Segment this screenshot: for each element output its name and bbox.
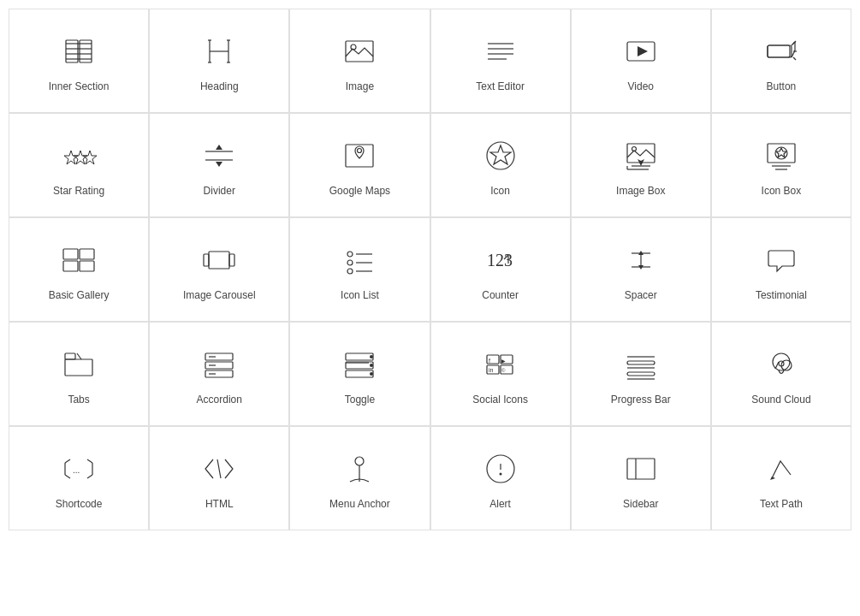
toggle-label: Toggle bbox=[345, 394, 375, 407]
html-icon bbox=[199, 448, 240, 489]
widget-button[interactable]: Button bbox=[711, 9, 851, 113]
widget-inner-section[interactable]: Inner Section bbox=[9, 9, 149, 113]
widget-text-path[interactable]: Text Path bbox=[711, 426, 851, 530]
widget-image[interactable]: Image bbox=[289, 9, 430, 113]
image-label: Image bbox=[346, 80, 374, 94]
shortcode-label: Shortcode bbox=[56, 498, 103, 512]
menu-anchor-icon bbox=[339, 448, 380, 489]
svg-rect-52 bbox=[80, 249, 94, 259]
svg-text:f: f bbox=[489, 358, 490, 364]
spacer-label: Spacer bbox=[625, 289, 657, 303]
widget-social-icons[interactable]: f ▶ in © Social Icons bbox=[430, 322, 571, 426]
sound-cloud-label: Sound Cloud bbox=[751, 394, 810, 407]
divider-icon bbox=[199, 135, 240, 176]
star-rating-label: Star Rating bbox=[53, 185, 104, 198]
widget-sound-cloud[interactable]: Sound Cloud bbox=[711, 322, 851, 426]
svg-rect-25 bbox=[768, 45, 790, 57]
svg-point-58 bbox=[347, 252, 353, 257]
widget-image-carousel[interactable]: Image Carousel bbox=[149, 217, 289, 322]
alert-label: Alert bbox=[489, 498, 511, 512]
widget-shortcode[interactable]: ... Shortcode bbox=[9, 426, 149, 530]
svg-line-24 bbox=[793, 57, 796, 60]
svg-line-112 bbox=[217, 459, 221, 478]
heading-icon bbox=[199, 31, 240, 72]
widget-icon-list[interactable]: Icon List bbox=[289, 217, 430, 322]
widget-html[interactable]: HTML bbox=[149, 426, 289, 530]
social-icons-label: Social Icons bbox=[472, 394, 528, 407]
svg-rect-83 bbox=[346, 370, 373, 377]
widget-google-maps[interactable]: Google Maps bbox=[289, 113, 430, 217]
widget-menu-anchor[interactable]: Menu Anchor bbox=[289, 426, 430, 530]
widget-image-box[interactable]: Image Box bbox=[571, 113, 711, 217]
tabs-icon bbox=[58, 344, 99, 385]
widget-tabs[interactable]: Tabs bbox=[9, 322, 149, 426]
google-maps-label: Google Maps bbox=[329, 185, 390, 198]
sidebar-label: Sidebar bbox=[623, 498, 658, 512]
testimonial-label: Testimonial bbox=[756, 289, 807, 303]
icon-label: Icon bbox=[490, 185, 510, 198]
widget-heading[interactable]: Heading bbox=[149, 9, 289, 113]
widget-basic-gallery[interactable]: Basic Gallery bbox=[9, 217, 149, 322]
shortcode-icon: ... bbox=[58, 448, 99, 489]
widget-spacer[interactable]: Spacer bbox=[571, 217, 711, 322]
widget-sidebar[interactable]: Sidebar bbox=[571, 426, 711, 530]
svg-point-86 bbox=[370, 372, 373, 376]
accordion-icon bbox=[199, 344, 240, 385]
widget-alert[interactable]: Alert bbox=[430, 426, 571, 530]
widget-counter[interactable]: 123 Counter bbox=[430, 217, 571, 322]
divider-label: Divider bbox=[204, 185, 235, 198]
image-box-icon bbox=[620, 135, 661, 176]
widget-star-rating[interactable]: Star Rating bbox=[9, 113, 149, 217]
text-path-label: Text Path bbox=[760, 498, 803, 512]
heading-label: Heading bbox=[200, 80, 239, 94]
svg-rect-53 bbox=[63, 261, 78, 271]
svg-rect-54 bbox=[80, 261, 94, 271]
svg-marker-35 bbox=[216, 162, 222, 167]
widget-toggle[interactable]: Toggle bbox=[289, 322, 430, 426]
star-rating-icon bbox=[58, 135, 99, 176]
sound-cloud-icon bbox=[761, 344, 802, 385]
svg-rect-21 bbox=[768, 45, 792, 57]
svg-marker-33 bbox=[216, 145, 222, 150]
text-editor-label: Text Editor bbox=[476, 80, 525, 94]
svg-line-106 bbox=[65, 459, 70, 463]
widget-testimonial[interactable]: Testimonial bbox=[711, 217, 851, 322]
widget-icon[interactable]: Icon bbox=[430, 113, 571, 217]
widget-video[interactable]: Video bbox=[571, 9, 711, 113]
widget-progress-bar[interactable]: Progress Bar bbox=[571, 322, 711, 426]
svg-text:...: ... bbox=[73, 465, 80, 475]
svg-marker-20 bbox=[638, 46, 648, 56]
widget-text-editor[interactable]: Text Editor bbox=[430, 9, 571, 113]
svg-point-62 bbox=[347, 269, 353, 274]
icon-box-icon bbox=[761, 135, 802, 176]
widget-divider[interactable]: Divider bbox=[149, 113, 289, 217]
svg-point-113 bbox=[355, 457, 364, 465]
counter-label: Counter bbox=[482, 289, 519, 303]
video-icon bbox=[620, 31, 661, 72]
image-box-label: Image Box bbox=[616, 185, 665, 198]
svg-rect-81 bbox=[346, 353, 373, 360]
svg-rect-57 bbox=[229, 254, 234, 266]
image-carousel-label: Image Carousel bbox=[183, 289, 256, 303]
menu-anchor-label: Menu Anchor bbox=[329, 498, 390, 512]
svg-marker-48 bbox=[776, 148, 786, 157]
widget-accordion[interactable]: Accordion bbox=[149, 322, 289, 426]
svg-point-85 bbox=[370, 364, 373, 367]
svg-text:▶: ▶ bbox=[501, 358, 506, 364]
svg-rect-55 bbox=[209, 252, 229, 269]
icon-list-label: Icon List bbox=[341, 289, 379, 303]
svg-rect-46 bbox=[768, 144, 795, 163]
basic-gallery-icon bbox=[58, 240, 99, 281]
progress-bar-icon bbox=[620, 344, 661, 385]
svg-line-109 bbox=[87, 459, 92, 463]
text-editor-icon bbox=[480, 31, 521, 72]
svg-rect-36 bbox=[346, 145, 373, 167]
basic-gallery-label: Basic Gallery bbox=[49, 289, 110, 303]
svg-point-117 bbox=[499, 473, 501, 476]
svg-rect-73 bbox=[65, 359, 92, 376]
image-carousel-icon bbox=[199, 240, 240, 281]
widget-icon-box[interactable]: Icon Box bbox=[711, 113, 851, 217]
svg-rect-118 bbox=[627, 459, 655, 479]
svg-text:©: © bbox=[501, 368, 506, 373]
svg-line-110 bbox=[87, 475, 92, 478]
